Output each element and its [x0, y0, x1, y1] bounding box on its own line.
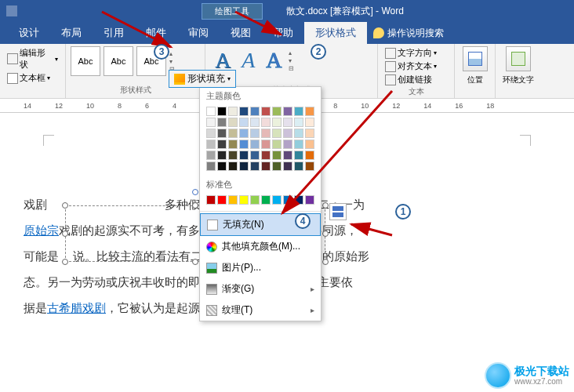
- color-swatch[interactable]: [239, 195, 249, 205]
- color-swatch[interactable]: [250, 107, 260, 116]
- tab-shape-format[interactable]: 形状格式: [304, 22, 367, 44]
- color-swatch[interactable]: [228, 129, 238, 138]
- color-swatch[interactable]: [305, 140, 314, 149]
- color-swatch[interactable]: [283, 107, 292, 116]
- resize-handle[interactable]: [62, 202, 68, 209]
- tab-mailings[interactable]: 邮件: [135, 22, 177, 44]
- color-swatch[interactable]: [217, 162, 227, 171]
- tab-layout[interactable]: 布局: [50, 22, 93, 44]
- color-swatch[interactable]: [217, 151, 227, 160]
- color-swatch[interactable]: [283, 195, 292, 205]
- wrap-text-button[interactable]: [506, 46, 531, 71]
- color-swatch[interactable]: [217, 118, 227, 127]
- color-swatch[interactable]: [261, 195, 271, 205]
- color-swatch[interactable]: [217, 129, 227, 138]
- color-swatch[interactable]: [206, 129, 216, 138]
- color-swatch[interactable]: [283, 129, 292, 138]
- color-swatch[interactable]: [283, 151, 292, 160]
- color-swatch[interactable]: [261, 107, 271, 116]
- color-swatch[interactable]: [294, 107, 303, 116]
- color-swatch[interactable]: [228, 151, 238, 160]
- color-swatch[interactable]: [239, 151, 249, 160]
- position-button[interactable]: [463, 46, 488, 71]
- color-swatch[interactable]: [239, 162, 249, 171]
- color-swatch[interactable]: [261, 162, 271, 171]
- color-swatch[interactable]: [228, 107, 238, 116]
- resize-handle[interactable]: [322, 202, 329, 209]
- wordart-style-3[interactable]: A: [261, 46, 286, 74]
- color-swatch[interactable]: [294, 118, 303, 127]
- color-swatch[interactable]: [261, 118, 271, 127]
- color-swatch[interactable]: [305, 151, 314, 160]
- color-swatch[interactable]: [217, 107, 227, 116]
- color-swatch[interactable]: [206, 151, 216, 160]
- color-swatch[interactable]: [206, 162, 216, 171]
- color-swatch[interactable]: [294, 162, 303, 171]
- color-swatch[interactable]: [272, 151, 282, 160]
- texture-fill-item[interactable]: 纹理(T) ▸: [200, 299, 321, 321]
- color-swatch[interactable]: [272, 162, 282, 171]
- color-swatch[interactable]: [239, 118, 249, 127]
- color-swatch[interactable]: [250, 140, 260, 149]
- layout-options-button[interactable]: [329, 203, 347, 220]
- color-swatch[interactable]: [272, 195, 282, 205]
- color-swatch[interactable]: [294, 129, 303, 138]
- color-swatch[interactable]: [261, 129, 271, 138]
- color-swatch[interactable]: [239, 140, 249, 149]
- color-swatch[interactable]: [305, 118, 314, 127]
- color-swatch[interactable]: [272, 107, 282, 116]
- link-origin[interactable]: 原始宗: [24, 223, 59, 237]
- color-swatch[interactable]: [250, 162, 260, 171]
- color-swatch[interactable]: [283, 118, 292, 127]
- color-swatch[interactable]: [250, 118, 260, 127]
- color-swatch[interactable]: [206, 118, 216, 127]
- color-swatch[interactable]: [272, 140, 282, 149]
- color-swatch[interactable]: [206, 195, 216, 205]
- color-swatch[interactable]: [228, 162, 238, 171]
- color-swatch[interactable]: [250, 151, 260, 160]
- edit-shape-button[interactable]: 编辑形状▾: [5, 46, 60, 71]
- resize-handle[interactable]: [192, 202, 198, 209]
- gallery-up-icon[interactable]: ▴: [169, 50, 175, 57]
- shape-fill-button[interactable]: 形状填充 ▾: [169, 70, 236, 88]
- picture-fill-item[interactable]: 图片(P)...: [200, 257, 321, 278]
- resize-handle[interactable]: [62, 259, 68, 265]
- resize-handle[interactable]: [322, 230, 329, 237]
- color-swatch[interactable]: [261, 151, 271, 160]
- tab-help[interactable]: 帮助: [262, 22, 304, 44]
- resize-handle[interactable]: [192, 259, 198, 265]
- color-swatch[interactable]: [305, 195, 314, 205]
- color-swatch[interactable]: [217, 195, 227, 205]
- color-swatch[interactable]: [272, 118, 282, 127]
- resize-handle[interactable]: [322, 259, 329, 265]
- color-swatch[interactable]: [272, 129, 282, 138]
- tab-view[interactable]: 视图: [220, 22, 262, 44]
- color-swatch[interactable]: [283, 140, 292, 149]
- color-swatch[interactable]: [228, 118, 238, 127]
- shape-style-1[interactable]: Abc: [71, 46, 100, 76]
- color-swatch[interactable]: [206, 140, 216, 149]
- color-swatch[interactable]: [250, 195, 260, 205]
- wordart-style-2[interactable]: A: [237, 46, 260, 74]
- text-direction-button[interactable]: 文字方向▾: [383, 46, 449, 60]
- save-icon[interactable]: [6, 5, 17, 16]
- rotate-handle[interactable]: [192, 189, 198, 195]
- color-swatch[interactable]: [206, 107, 216, 116]
- color-swatch[interactable]: [305, 129, 314, 138]
- color-swatch[interactable]: [294, 151, 303, 160]
- align-text-button[interactable]: 对齐文本▾: [383, 60, 449, 73]
- create-link-button[interactable]: 创建链接: [383, 73, 449, 86]
- color-swatch[interactable]: [305, 162, 314, 171]
- color-swatch[interactable]: [239, 129, 249, 138]
- color-swatch[interactable]: [283, 162, 292, 171]
- color-swatch[interactable]: [261, 140, 271, 149]
- color-swatch[interactable]: [294, 140, 303, 149]
- tab-design[interactable]: 设计: [8, 22, 50, 44]
- text-box-button[interactable]: 文本框▾: [5, 71, 60, 85]
- color-swatch[interactable]: [217, 140, 227, 149]
- tell-me-search[interactable]: 操作说明搜索: [373, 27, 444, 40]
- color-swatch[interactable]: [239, 107, 249, 116]
- gallery-down-icon[interactable]: ▾: [169, 58, 175, 65]
- shape-style-2[interactable]: Abc: [104, 46, 133, 76]
- resize-handle[interactable]: [62, 230, 68, 237]
